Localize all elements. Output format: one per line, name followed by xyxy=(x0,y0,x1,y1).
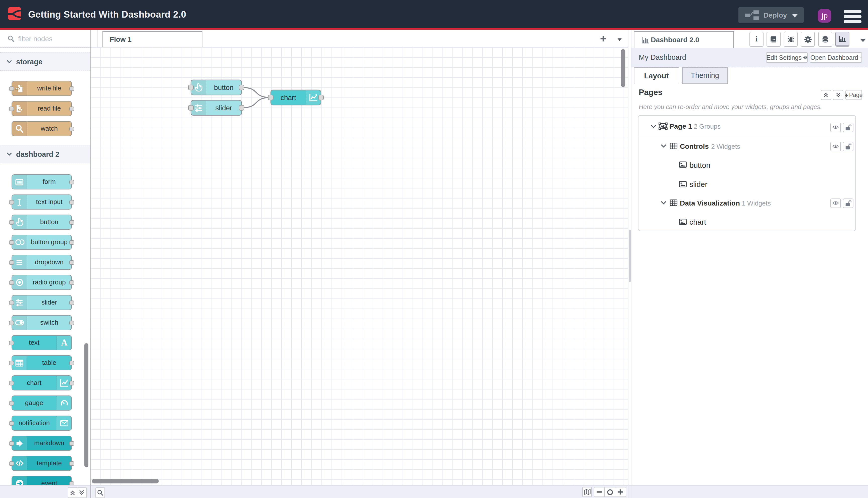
svg-text:i: i xyxy=(755,35,757,43)
svg-text:button: button xyxy=(214,83,233,91)
svg-text:A: A xyxy=(61,338,67,348)
svg-text:slider: slider xyxy=(215,104,232,112)
svg-text:chart: chart xyxy=(281,93,296,101)
